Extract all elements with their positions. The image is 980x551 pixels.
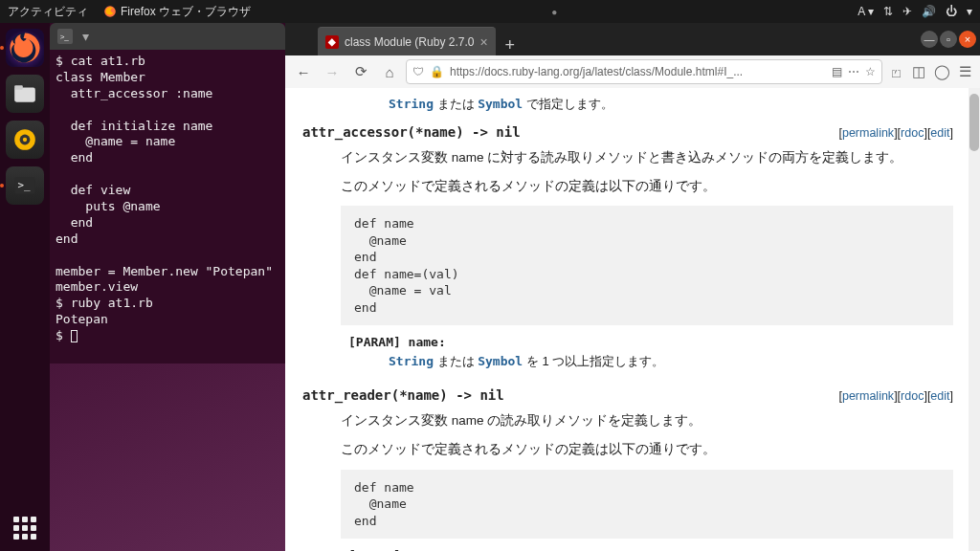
terminal-body[interactable]: $ cat at1.rb class Member attr_accessor … bbox=[50, 50, 285, 348]
gnome-topbar: アクティビティ Firefox ウェブ・ブラウザ ● A ▾ ⇅ ✈ 🔊 ⏻ ▾ bbox=[0, 0, 980, 23]
firefox-window: ◆ class Module (Ruby 2.7.0 × + — ▫ × ← →… bbox=[285, 23, 980, 551]
svg-point-6 bbox=[23, 138, 27, 142]
method-signature: attr_accessor(*name) -> nil bbox=[302, 124, 521, 140]
svg-rect-2 bbox=[14, 88, 35, 102]
reload-button[interactable]: ⟳ bbox=[348, 59, 373, 84]
method-attr-accessor: attr_accessor(*name) -> nil [permalink][… bbox=[302, 124, 953, 370]
folder-icon bbox=[12, 81, 37, 106]
power-icon[interactable]: ⏻ bbox=[946, 5, 957, 18]
type-link-symbol[interactable]: Symbol bbox=[478, 354, 523, 368]
page-actions-icon[interactable]: ⋯ bbox=[848, 65, 859, 78]
forward-button[interactable]: → bbox=[320, 59, 345, 84]
type-link-string[interactable]: String bbox=[389, 354, 434, 368]
svg-text:>_: >_ bbox=[60, 33, 70, 41]
method-desc: このメソッドで定義されるメソッドの定義は以下の通りです。 bbox=[341, 439, 953, 460]
firefox-tabbar: ◆ class Module (Ruby 2.7.0 × + — ▫ × bbox=[285, 23, 980, 55]
method-desc: インスタンス変数 name に対する読み取りメソッドと書き込みメソッドの両方を定… bbox=[341, 147, 953, 168]
system-menu-chevron[interactable]: ▾ bbox=[967, 5, 972, 18]
svg-text:>_: >_ bbox=[17, 179, 31, 191]
terminal-titlebar[interactable]: >_ ▾ bbox=[50, 23, 285, 50]
dock-item-files[interactable] bbox=[6, 75, 44, 113]
topbar-app-name: Firefox ウェブ・ブラウザ bbox=[121, 4, 251, 20]
input-source[interactable]: A ▾ bbox=[858, 5, 874, 18]
method-desc: このメソッドで定義されるメソッドの定義は以下の通りです。 bbox=[341, 176, 953, 197]
param-desc: String または Symbol を 1 つ以上指定します。 bbox=[389, 353, 953, 370]
activities-button[interactable]: アクティビティ bbox=[8, 4, 88, 20]
firefox-toolbar: ← → ⟳ ⌂ 🛡 🔒 https://docs.ruby-lang.org/j… bbox=[285, 55, 980, 88]
shield-icon[interactable]: 🛡 bbox=[412, 65, 424, 78]
account-icon[interactable]: ◯ bbox=[932, 62, 951, 81]
param-label: [PARAM] name: bbox=[348, 335, 953, 349]
method-links: [permalink][rdoc][edit] bbox=[838, 126, 953, 140]
terminal-window[interactable]: >_ ▾ $ cat at1.rb class Member attr_acce… bbox=[50, 23, 285, 364]
tab-close-icon[interactable]: × bbox=[479, 34, 487, 50]
svg-rect-3 bbox=[14, 85, 23, 89]
airplane-icon: ✈ bbox=[902, 5, 912, 18]
dock-item-terminal[interactable]: >_ bbox=[6, 166, 44, 205]
back-button[interactable]: ← bbox=[291, 59, 316, 84]
url-text: https://docs.ruby-lang.org/ja/latest/cla… bbox=[450, 65, 826, 78]
method-desc: インスタンス変数 name の読み取りメソッドを定義します。 bbox=[341, 410, 953, 431]
firefox-content[interactable]: String または Symbol で指定します。 attr_accessor(… bbox=[285, 88, 980, 551]
code-example: def name @name end bbox=[341, 470, 953, 540]
dock-item-rhythmbox[interactable] bbox=[6, 121, 44, 159]
library-icon[interactable]: ⏍ bbox=[886, 62, 905, 81]
menu-icon[interactable]: ☰ bbox=[955, 62, 974, 81]
volume-icon[interactable]: 🔊 bbox=[922, 5, 936, 18]
code-example: def name @name end def name=(val) @name … bbox=[341, 206, 953, 325]
apps-grid-icon bbox=[13, 517, 36, 540]
rdoc-link[interactable]: rdoc bbox=[901, 126, 924, 140]
param-desc: String または Symbol で指定します。 bbox=[389, 96, 953, 113]
permalink-link[interactable]: permalink bbox=[842, 389, 894, 403]
scroll-thumb[interactable] bbox=[969, 94, 979, 151]
window-maximize[interactable]: ▫ bbox=[940, 31, 957, 48]
permalink-link[interactable]: permalink bbox=[842, 126, 894, 140]
edit-link[interactable]: edit bbox=[930, 126, 949, 140]
window-minimize[interactable]: — bbox=[921, 31, 938, 48]
topbar-app-indicator[interactable]: Firefox ウェブ・ブラウザ bbox=[103, 4, 251, 20]
terminal-icon: >_ bbox=[57, 29, 73, 44]
scrollbar[interactable] bbox=[969, 88, 980, 551]
new-tab-icon[interactable]: ▾ bbox=[82, 29, 89, 44]
firefox-icon bbox=[9, 32, 41, 64]
method-attr-reader: attr_reader(*name) -> nil [permalink][rd… bbox=[302, 387, 953, 551]
tab-title: class Module (Ruby 2.7.0 bbox=[345, 35, 474, 49]
ruby-favicon: ◆ bbox=[325, 35, 339, 49]
method-signature: attr_reader(*name) -> nil bbox=[302, 387, 504, 403]
dock: >_ bbox=[0, 23, 50, 551]
home-button[interactable]: ⌂ bbox=[377, 59, 402, 84]
dock-item-apps[interactable] bbox=[13, 517, 36, 540]
tab-active[interactable]: ◆ class Module (Ruby 2.7.0 × bbox=[318, 27, 496, 55]
edit-link[interactable]: edit bbox=[930, 389, 949, 403]
type-link-symbol[interactable]: Symbol bbox=[478, 97, 523, 111]
bookmark-icon[interactable]: ☆ bbox=[865, 65, 876, 78]
lock-icon[interactable]: 🔒 bbox=[430, 65, 444, 78]
firefox-icon bbox=[103, 5, 117, 18]
type-link-string[interactable]: String bbox=[389, 97, 434, 111]
sidebar-icon[interactable]: ◫ bbox=[909, 62, 928, 81]
rdoc-link[interactable]: rdoc bbox=[901, 389, 924, 403]
dock-item-firefox[interactable] bbox=[6, 29, 44, 67]
speaker-icon bbox=[12, 127, 37, 152]
url-bar[interactable]: 🛡 🔒 https://docs.ruby-lang.org/ja/latest… bbox=[406, 59, 882, 84]
reader-icon[interactable]: ▤ bbox=[832, 65, 842, 78]
network-icon[interactable]: ⇅ bbox=[883, 5, 893, 18]
window-close[interactable]: × bbox=[959, 31, 976, 48]
method-links: [permalink][rdoc][edit] bbox=[838, 389, 953, 403]
new-tab-button[interactable]: + bbox=[496, 35, 525, 55]
terminal-icon: >_ bbox=[12, 173, 37, 198]
